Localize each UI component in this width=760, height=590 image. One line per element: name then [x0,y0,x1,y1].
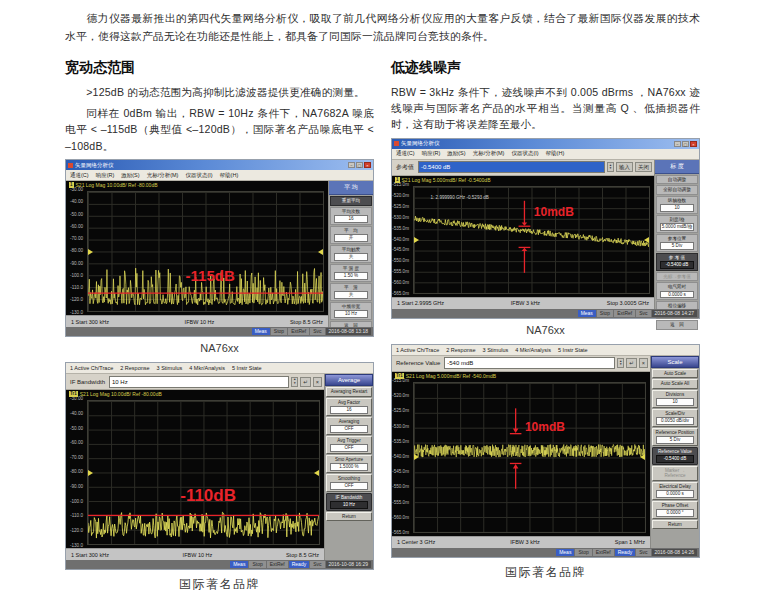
softkey-button[interactable]: Return [652,520,698,530]
softkey-label: Avg Factor [328,400,370,406]
y-axis-label: -100.0 [70,274,83,279]
softkey-value: 0.0000 s [656,490,694,498]
softkey-button[interactable]: 返 回 [656,320,698,330]
menu-item[interactable]: 响应(R) [422,150,441,157]
entry-toolbar: IF Bandwidth 10 Hz ▲ ▼ ↵ × [66,374,324,390]
window-controls: − ▢ × [674,141,697,147]
close-button[interactable]: × [690,141,697,147]
menu-item[interactable]: 光标/分析(M) [147,172,179,179]
spin-down-icon[interactable]: ▼ [618,363,623,366]
menu-item[interactable]: 激励(S) [121,172,139,179]
menu-item[interactable]: 帮助(H) [546,150,565,157]
y-axis-label: -525.0m [392,409,409,414]
value-entry-field[interactable]: -540 mdB [444,357,615,369]
maximize-button[interactable]: ▢ [682,141,689,147]
minimize-button[interactable]: − [348,162,355,168]
ifbw-readout: IFBW 10 Hz [183,552,213,558]
menu-item[interactable]: 3 Stimulus [483,347,509,353]
menu-item[interactable]: 4 Mkr/Analysis [515,347,551,353]
softkey-button[interactable]: 平 滑 度 1.50 % [330,264,372,282]
softkey-button[interactable]: 重新平均 [330,196,372,206]
spin-down-icon[interactable]: ▼ [292,382,297,385]
menu-item[interactable]: 1 Active Ch/Trace [396,347,439,353]
softkey-button[interactable]: Auto Scale [652,369,698,379]
softkey-button[interactable]: Marker → Reference [652,466,698,481]
softkey-button[interactable]: Electrical Delay 0.0000 s [652,482,698,500]
paragraph: RBW = 3kHz 条件下，迹线噪声不到 0.005 dBrms ，NA76x… [391,84,700,133]
spinner-buttons[interactable]: ▲ ▼ [617,358,624,368]
menu-item[interactable]: 2 Response [120,365,149,371]
reference-level-marker-right [314,470,319,476]
softkey-button[interactable]: 参考位置 5 Div [656,234,698,252]
menu-item[interactable]: 响应(R) [96,172,115,179]
softkey-button[interactable]: Avg Factor 16 [326,398,372,416]
menu-item[interactable]: 光标/分析(M) [473,150,505,157]
softkey-button[interactable]: 参 考 值 -0.5400 dB [656,253,698,271]
menu-item[interactable]: 4 Mkr/Analysis [189,365,225,371]
window-title: 矢量网络分析仪 [401,140,672,147]
softkey-button[interactable]: Phase Offset 0.0000 ° [652,501,698,519]
entry-enter-button[interactable]: ↵ [626,358,637,368]
softkey-button[interactable]: Smoothing OFF [326,474,372,492]
spin-down-icon[interactable]: ▼ [608,167,613,170]
graticule: -115dB [87,191,324,312]
minimize-button[interactable]: − [674,141,681,147]
menu-item[interactable]: 通道(C) [396,150,415,157]
y-axis-label: -100.0 [70,500,83,505]
softkey-button[interactable]: Auto Scale All [652,379,698,389]
menu-item[interactable]: 帮助(H) [220,172,239,179]
softkey-value: OFF [330,444,368,452]
y-axis-label: -60.00 [70,225,83,230]
entry-close-button[interactable]: 关闭 [635,162,652,172]
menu-item[interactable]: 5 Instr State [232,365,262,371]
softkey-button[interactable]: 电气延时 0.0000 s [656,282,698,300]
softkey-button[interactable]: Avg Trigger OFF [326,436,372,454]
spinner-buttons[interactable]: ▲ ▼ [291,377,298,387]
maximize-button[interactable]: ▢ [356,162,363,168]
softkey-button[interactable]: 光标→参考值 [656,272,698,282]
softkey-button[interactable]: Reference Value -0.5400 dB [652,447,698,465]
entry-enter-button[interactable]: ↵ [300,377,311,387]
trace-info-text: S21 Log Mag 10.00dB/ Ref -80.00dB [76,182,158,188]
softkey-button[interactable]: Averaging OFF [326,417,372,435]
softkey-button[interactable]: Averaging Restart [326,387,372,397]
graticule: 10mdB [413,382,646,533]
entry-ok-button[interactable]: 输入 [616,162,633,172]
menu-item[interactable]: 通道(C) [70,172,89,179]
menu-item[interactable]: 1 Active Ch/Trace [70,365,113,371]
softkey-button[interactable]: 平 滑 关 [330,283,372,301]
menu-item[interactable]: 仪器状态(I) [185,172,212,179]
softkey-button[interactable]: 中频带宽 10 Hz [330,302,372,320]
section-heading-trace-noise: 低迹线噪声 [391,59,700,77]
menu-item[interactable]: 3 Stimulus [157,365,183,371]
softkey-button[interactable]: 全部自动调整 [656,185,698,195]
softkey-label: Avg Trigger [328,438,370,444]
softkey-button[interactable]: Return [326,512,372,522]
softkey-button[interactable]: 纵轴格数 10 [656,196,698,214]
menu-item[interactable]: 2 Response [446,347,475,353]
entry-close-button[interactable]: × [313,377,322,387]
softkey-button[interactable]: Reference Position 5 Div [652,428,698,446]
softkey-button[interactable]: 刻度/格 5.0000 mdB/格 [656,215,698,233]
softkey-button[interactable]: 平均次数 16 [330,207,372,225]
softkey-button[interactable]: IF Bandwidth 10 Hz [326,493,372,511]
reference-level-marker-right [318,249,323,255]
value-entry-field[interactable]: 10 Hz [109,376,289,388]
y-axis-label: -520.0m [392,394,409,399]
softkey-button[interactable]: 平均触发 关 [330,245,372,263]
softkey-button[interactable]: Scale/Div 0.0050 dB/div [652,409,698,427]
y-axis: -515.0m-520.0m-525.0m-530.0m-535.0m-540.… [392,379,411,536]
menu-item[interactable]: 5 Instr State [558,347,588,353]
close-button[interactable]: × [364,162,371,168]
status-segment: Meas [252,328,270,335]
softkey-button[interactable]: 平 均 开 [330,226,372,244]
menu-item[interactable]: 激励(S) [447,150,465,157]
value-entry-field[interactable]: -0.5400 dB [418,161,605,173]
softkey-button[interactable]: Divisions 10 [652,390,698,408]
spinner-buttons[interactable]: ▲ ▼ [607,162,614,172]
entry-close-button[interactable]: × [639,358,648,368]
plot-area: Tr1 S21 Log Mag 10.00dB/ Ref -80.00dB -3… [66,390,324,548]
softkey-button[interactable]: Smo Aperture 1.5000 % [326,455,372,473]
menu-item[interactable]: 仪器状态(I) [511,150,538,157]
softkey-button[interactable]: 自动调整 [656,175,698,185]
